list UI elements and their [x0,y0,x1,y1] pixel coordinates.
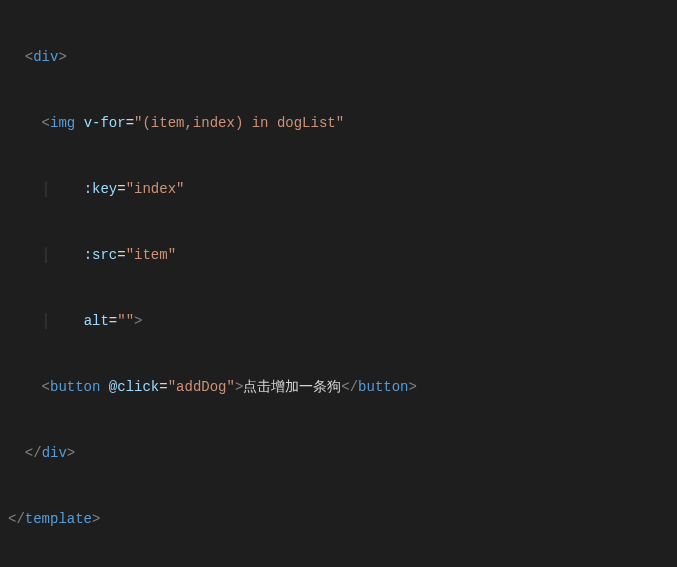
code-line: │ alt=""> [8,310,669,332]
code-line: │ :src="item" [8,244,669,266]
code-line: <div> [8,46,669,68]
code-line: <img v-for="(item,index) in dogList" [8,112,669,134]
code-editor[interactable]: <div> <img v-for="(item,index) in dogLis… [0,0,677,567]
code-line: <button @click="addDog">点击增加一条狗</button> [8,376,669,398]
code-line: </template> [8,508,669,530]
code-line: </div> [8,442,669,464]
code-line: │ :key="index" [8,178,669,200]
